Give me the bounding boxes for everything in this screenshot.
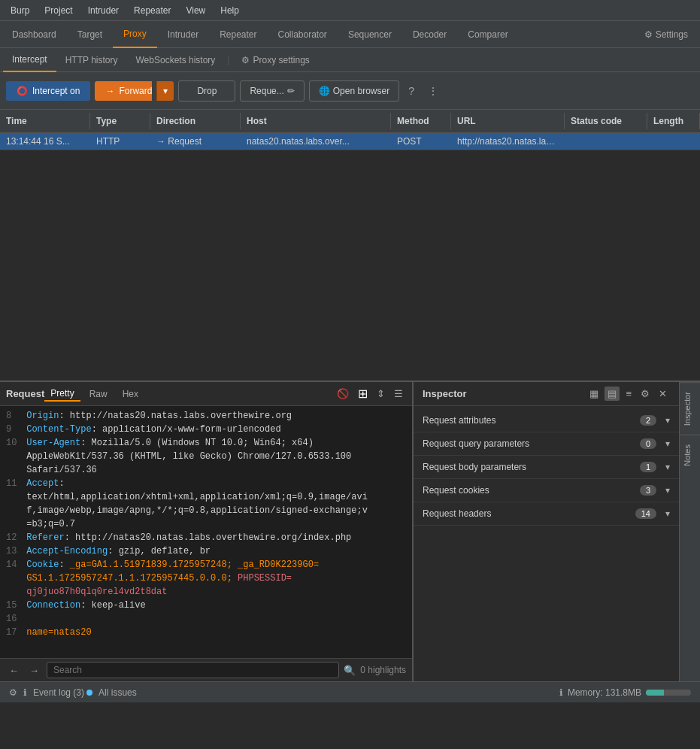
forward-arrow-icon: → bbox=[105, 86, 114, 96]
request-title: Request bbox=[6, 388, 44, 399]
tab-dashboard[interactable]: Dashboard bbox=[2, 21, 67, 48]
open-browser-button[interactable]: 🌐 Open browser bbox=[309, 80, 399, 102]
inspector-header-icons: ▦ ▤ ≡ ⚙ ✕ bbox=[586, 387, 670, 401]
tab-comparer[interactable]: Comparer bbox=[457, 21, 518, 48]
tab-settings[interactable]: ⚙ Settings bbox=[634, 21, 698, 48]
tab-pretty[interactable]: Pretty bbox=[44, 387, 80, 402]
inspector-settings-button[interactable]: ⚙ bbox=[638, 387, 653, 401]
highlights-count: 0 highlights bbox=[360, 665, 406, 675]
more-options-button[interactable]: ⋮ bbox=[423, 82, 443, 100]
tab-proxy-settings[interactable]: ⚙ Proxy settings bbox=[232, 48, 318, 72]
inspector-header: Inspector ▦ ▤ ≡ ⚙ ✕ bbox=[414, 382, 679, 406]
intercept-icon: ⭕ bbox=[17, 86, 28, 96]
status-bar: ⚙ ℹ Event log (3) All issues ℹ Memory: 1… bbox=[0, 681, 700, 702]
inspector-cookies-badge: 3 bbox=[640, 485, 656, 496]
all-issues-button[interactable]: All issues bbox=[98, 687, 137, 698]
top-tab-bar: Dashboard Target Proxy Intruder Repeater… bbox=[0, 21, 700, 48]
table-row[interactable]: 13:14:44 16 S... HTTP → Request natas20.… bbox=[0, 133, 700, 150]
inspector-row-attributes[interactable]: Request attributes 2 ▾ bbox=[414, 409, 679, 432]
menu-intruder[interactable]: Intruder bbox=[80, 2, 126, 19]
col-status: Status code bbox=[565, 113, 647, 129]
cell-type: HTTP bbox=[90, 133, 150, 150]
tab-proxy[interactable]: Proxy bbox=[113, 21, 157, 48]
proxy-settings-icon: ⚙ bbox=[241, 55, 250, 65]
inspector-view2-button[interactable]: ▤ bbox=[605, 387, 620, 401]
chevron-down-icon: ▾ bbox=[665, 415, 670, 426]
request-content[interactable]: 8 Origin: http://natas20.natas.labs.over… bbox=[0, 406, 412, 658]
menu-project[interactable]: Project bbox=[37, 2, 80, 19]
intercept-table-area: Time Type Direction Host Method URL Stat… bbox=[0, 110, 700, 381]
request-button[interactable]: Reque... ✏ bbox=[240, 80, 304, 102]
inspector-headers-label: Request headers bbox=[423, 508, 491, 519]
help-button[interactable]: ? bbox=[404, 82, 419, 100]
col-time: Time bbox=[0, 113, 90, 129]
tab-raw[interactable]: Raw bbox=[83, 387, 114, 401]
menu-help[interactable]: Help bbox=[213, 2, 247, 19]
request-line-17: 17 name=natas20 bbox=[6, 626, 406, 639]
inspector-title: Inspector bbox=[423, 388, 467, 399]
menu-burp[interactable]: Burp bbox=[3, 2, 37, 19]
memory-fill bbox=[646, 690, 664, 696]
inspector-row-cookies[interactable]: Request cookies 3 ▾ bbox=[414, 479, 679, 502]
search-submit-button[interactable]: 🔍 bbox=[344, 665, 356, 676]
drop-button[interactable]: Drop bbox=[178, 80, 235, 102]
cell-url: http://natas20.natas.labs.overthewire... bbox=[451, 133, 565, 150]
tab-sequencer[interactable]: Sequencer bbox=[338, 21, 402, 48]
memory-label: Memory: 131.8MB bbox=[568, 687, 641, 698]
inspector-filter-button[interactable]: ≡ bbox=[623, 387, 635, 401]
menu-view[interactable]: View bbox=[178, 2, 213, 19]
event-log-button[interactable]: Event log (3) bbox=[33, 687, 92, 698]
forward-nav-button[interactable]: → bbox=[26, 663, 42, 678]
col-direction: Direction bbox=[150, 113, 241, 129]
intercept-on-button[interactable]: ⭕ Intercept on bbox=[6, 81, 90, 101]
forward-button[interactable]: → Forward bbox=[95, 81, 152, 101]
sub-tab-bar: Intercept HTTP history WebSockets histor… bbox=[0, 48, 700, 72]
tab-decoder[interactable]: Decoder bbox=[402, 21, 457, 48]
tab-repeater[interactable]: Repeater bbox=[209, 21, 267, 48]
wrap-icon-button[interactable]: ⊞ bbox=[355, 385, 371, 402]
memory-bar bbox=[646, 690, 691, 696]
cell-method: POST bbox=[391, 133, 451, 150]
tab-target[interactable]: Target bbox=[67, 21, 113, 48]
col-type: Type bbox=[90, 113, 150, 129]
forward-dropdown-button[interactable]: ▾ bbox=[156, 81, 174, 101]
inspector-row-query[interactable]: Request query parameters 0 ▾ bbox=[414, 432, 679, 456]
request-line-11: 11 Accept: text/html,application/xhtml+x… bbox=[6, 477, 406, 531]
request-line-8: 8 Origin: http://natas20.natas.labs.over… bbox=[6, 409, 406, 423]
inspector-close-button[interactable]: ✕ bbox=[656, 387, 670, 401]
inspector-body-label: Request body parameters bbox=[423, 462, 526, 472]
inspector-row-headers[interactable]: Request headers 14 ▾ bbox=[414, 502, 679, 526]
back-button[interactable]: ← bbox=[6, 663, 22, 678]
split-area: Request Pretty Raw Hex 🚫 ⊞ ⇕ ☰ 8 Origin:… bbox=[0, 381, 700, 681]
cell-time: 13:14:44 16 S... bbox=[0, 133, 90, 150]
tab-hex[interactable]: Hex bbox=[117, 387, 144, 401]
inspector-view1-button[interactable]: ▦ bbox=[586, 387, 602, 401]
settings-icon: ⚙ bbox=[644, 29, 653, 40]
search-input[interactable] bbox=[47, 662, 339, 678]
request-line-9: 9 Content-Type: application/x-www-form-u… bbox=[6, 423, 406, 436]
tab-http-history[interactable]: HTTP history bbox=[56, 48, 127, 72]
side-tab-inspector[interactable]: Inspector bbox=[680, 382, 700, 435]
menu-repeater[interactable]: Repeater bbox=[126, 2, 178, 19]
inspector-row-body[interactable]: Request body parameters 1 ▾ bbox=[414, 456, 679, 479]
tab-intercept[interactable]: Intercept bbox=[3, 48, 56, 72]
cell-direction: → Request bbox=[150, 133, 241, 150]
tab-intruder[interactable]: Intruder bbox=[157, 21, 209, 48]
side-tab-notes[interactable]: Notes bbox=[680, 435, 700, 475]
filter-icon-button[interactable]: ⇕ bbox=[374, 387, 388, 401]
inspector-headers-badge: 14 bbox=[635, 508, 656, 519]
event-dot-icon bbox=[86, 690, 92, 696]
settings-icon-button[interactable]: ☰ bbox=[391, 387, 406, 401]
menu-bar: Burp Project Intruder Repeater View Help bbox=[0, 0, 700, 21]
tab-websockets-history[interactable]: WebSockets history bbox=[127, 48, 225, 72]
request-line-16: 16 bbox=[6, 612, 406, 626]
info-status-button[interactable]: ℹ bbox=[23, 687, 27, 698]
tab-collaborator[interactable]: Collaborator bbox=[268, 21, 338, 48]
request-tabs: Pretty Raw Hex bbox=[44, 387, 144, 402]
col-length: Length bbox=[647, 113, 700, 129]
hide-icon-button[interactable]: 🚫 bbox=[334, 387, 352, 401]
inspector-attributes-badge: 2 bbox=[640, 415, 656, 426]
search-bar: ← → 🔍 0 highlights bbox=[0, 658, 412, 681]
settings-status-button[interactable]: ⚙ bbox=[9, 687, 17, 698]
request-line-14: 14 Cookie: _ga=GA1.1.51971839.1725957248… bbox=[6, 558, 406, 599]
